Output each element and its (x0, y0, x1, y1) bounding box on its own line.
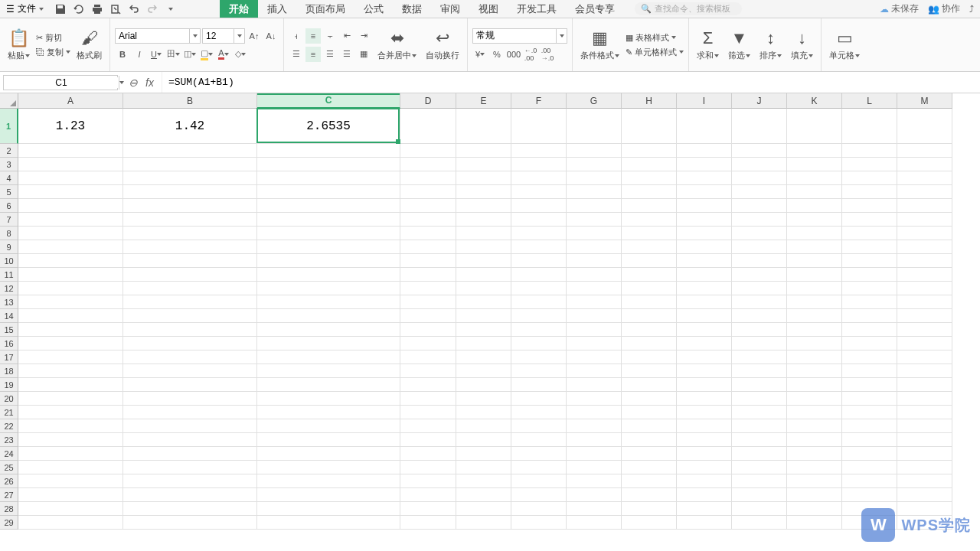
cell[interactable] (677, 350, 732, 364)
increase-font-button[interactable]: A↑ (247, 28, 262, 44)
fill-color-button[interactable]: ▢ (199, 47, 214, 62)
cell[interactable] (257, 185, 400, 199)
row-header-19[interactable]: 19 (0, 378, 18, 392)
qat-more-icon[interactable] (165, 3, 177, 15)
cell[interactable] (18, 378, 123, 392)
cell[interactable] (511, 171, 567, 185)
cell[interactable] (897, 109, 952, 144)
cell[interactable] (257, 419, 400, 433)
select-all-corner[interactable] (0, 93, 18, 109)
cell[interactable] (677, 109, 732, 144)
cell[interactable] (897, 268, 952, 282)
cell[interactable] (787, 144, 842, 158)
cell[interactable] (257, 364, 400, 378)
col-header-K[interactable]: K (787, 93, 842, 109)
cell[interactable] (456, 502, 511, 516)
unsaved-indicator[interactable]: ☁ 未保存 (880, 2, 919, 15)
cell[interactable] (677, 474, 732, 488)
cell[interactable] (677, 392, 732, 406)
merge-split-button[interactable]: ▦ (356, 47, 371, 62)
number-format-dropdown[interactable] (556, 29, 567, 43)
cell[interactable] (400, 227, 456, 240)
cell[interactable] (567, 171, 622, 185)
cell[interactable] (456, 240, 511, 254)
cell[interactable] (787, 364, 842, 378)
cell[interactable] (18, 516, 123, 530)
sort-button[interactable]: ↕ 排序 (756, 28, 785, 61)
cell[interactable] (511, 392, 567, 406)
cell[interactable] (622, 185, 677, 199)
cell[interactable] (511, 502, 567, 516)
cell[interactable] (123, 309, 257, 323)
undo-icon[interactable] (128, 3, 140, 15)
cell[interactable] (732, 433, 787, 447)
cell[interactable] (511, 109, 567, 144)
col-header-D[interactable]: D (400, 93, 456, 109)
cell[interactable] (677, 254, 732, 268)
cell[interactable] (732, 158, 787, 171)
tab-formula[interactable]: 公式 (354, 0, 393, 18)
cell[interactable] (567, 461, 622, 474)
cell[interactable] (677, 199, 732, 213)
row-header-17[interactable]: 17 (0, 350, 18, 364)
tab-start[interactable]: 开始 (220, 0, 258, 18)
cell[interactable]: 2.6535 (257, 109, 400, 144)
cell[interactable] (842, 378, 897, 392)
cell[interactable] (567, 433, 622, 447)
cell[interactable] (511, 282, 567, 295)
cell[interactable] (622, 309, 677, 323)
cell[interactable] (622, 419, 677, 433)
col-header-E[interactable]: E (456, 93, 511, 109)
copy-button[interactable]: ⿻复制 (36, 47, 70, 58)
cell[interactable] (567, 268, 622, 282)
cell[interactable] (787, 213, 842, 227)
cell[interactable] (257, 350, 400, 364)
cell[interactable] (400, 461, 456, 474)
filter-button[interactable]: ▼ 筛选 (725, 28, 753, 61)
cell[interactable] (677, 447, 732, 461)
share-button[interactable]: ⤴ (969, 4, 974, 15)
cell[interactable] (677, 433, 732, 447)
cell[interactable] (897, 406, 952, 419)
cell[interactable] (511, 295, 567, 309)
cell[interactable] (400, 378, 456, 392)
cell[interactable] (511, 268, 567, 282)
cell[interactable] (842, 474, 897, 488)
cell[interactable] (842, 309, 897, 323)
cell[interactable] (842, 213, 897, 227)
currency-button[interactable]: ¥ (472, 47, 488, 62)
cell[interactable]: 1.23 (18, 109, 123, 144)
col-header-H[interactable]: H (622, 93, 677, 109)
cell[interactable] (677, 158, 732, 171)
cell[interactable] (257, 392, 400, 406)
cell[interactable] (123, 158, 257, 171)
cell[interactable] (842, 282, 897, 295)
cell[interactable] (123, 213, 257, 227)
cell[interactable] (787, 447, 842, 461)
cell[interactable] (677, 488, 732, 502)
cell[interactable] (123, 171, 257, 185)
cell[interactable] (897, 309, 952, 323)
col-header-F[interactable]: F (511, 93, 567, 109)
cell[interactable] (732, 337, 787, 350)
row-header-9[interactable]: 9 (0, 240, 18, 254)
cell[interactable] (622, 268, 677, 282)
cell[interactable] (622, 227, 677, 240)
cell[interactable] (400, 254, 456, 268)
refresh-icon[interactable] (73, 3, 85, 15)
cell[interactable] (677, 171, 732, 185)
cell[interactable] (567, 350, 622, 364)
cell[interactable] (677, 282, 732, 295)
cell[interactable] (456, 447, 511, 461)
cell[interactable] (400, 158, 456, 171)
cell[interactable] (400, 364, 456, 378)
cell[interactable] (123, 419, 257, 433)
cell[interactable] (787, 378, 842, 392)
cell[interactable] (842, 227, 897, 240)
cell[interactable] (511, 474, 567, 488)
cell[interactable] (511, 406, 567, 419)
cell[interactable] (400, 447, 456, 461)
cell[interactable] (567, 309, 622, 323)
cell[interactable] (18, 488, 123, 502)
cell[interactable] (456, 419, 511, 433)
